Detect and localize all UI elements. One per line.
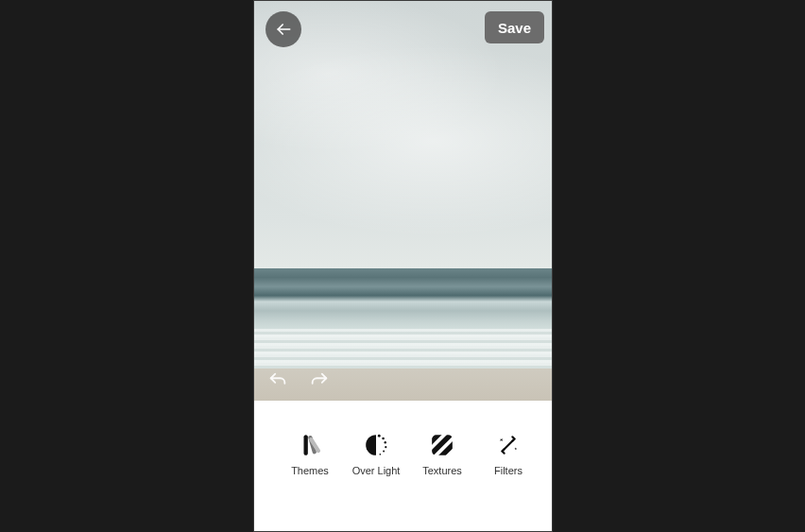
svg-point-1 — [378, 435, 381, 438]
svg-point-6 — [379, 454, 381, 455]
photo-sea — [254, 268, 552, 328]
svg-point-4 — [385, 446, 386, 448]
save-button-label: Save — [498, 20, 531, 36]
over-light-icon — [364, 433, 388, 457]
tool-label: Themes — [291, 465, 329, 476]
back-button[interactable] — [265, 11, 301, 47]
tool-filters[interactable]: Filters — [475, 433, 541, 476]
tool-textures[interactable]: Textures — [409, 433, 475, 476]
tool-row[interactable]: Themes Over Light Textures Filters — [254, 433, 552, 501]
tool-label: Textures — [422, 465, 462, 476]
themes-icon — [298, 433, 322, 457]
redo-button[interactable] — [309, 370, 330, 391]
filters-icon — [496, 433, 521, 457]
svg-point-3 — [385, 441, 386, 443]
textures-icon — [430, 433, 454, 457]
svg-point-5 — [383, 451, 385, 453]
tool-gradient[interactable]: Gradient — [541, 433, 552, 476]
arrow-left-icon — [274, 20, 293, 39]
tool-label: Over Light — [352, 465, 401, 476]
save-button[interactable]: Save — [485, 11, 544, 43]
tool-over-light[interactable]: Over Light — [343, 433, 409, 476]
tool-label: Filters — [494, 465, 522, 476]
editor-screen: Save Themes Over Light — [253, 0, 553, 532]
undo-button[interactable] — [267, 370, 288, 391]
history-controls — [267, 370, 330, 391]
toolbar: Themes Over Light Textures Filters — [254, 401, 552, 531]
svg-point-2 — [382, 438, 385, 440]
image-canvas[interactable]: Save — [254, 1, 552, 401]
tool-themes[interactable]: Themes — [277, 433, 343, 476]
